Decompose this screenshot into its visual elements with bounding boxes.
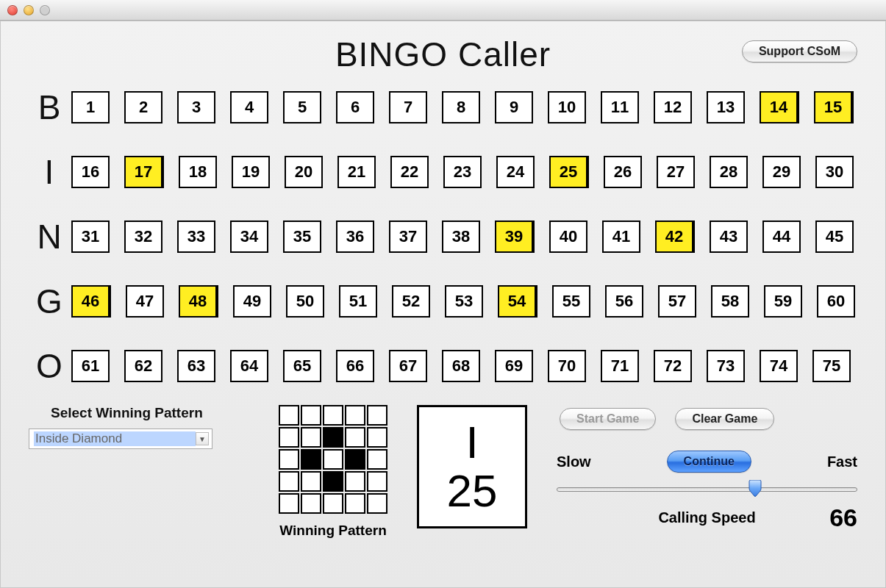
- number-cell[interactable]: 71: [601, 350, 639, 382]
- number-cell[interactable]: 7: [389, 91, 427, 123]
- number-cell[interactable]: 54: [498, 285, 537, 318]
- number-cell[interactable]: 28: [710, 156, 748, 188]
- number-cell[interactable]: 30: [815, 156, 854, 188]
- slow-label: Slow: [557, 453, 591, 470]
- number-cell[interactable]: 63: [177, 350, 215, 382]
- number-cell[interactable]: 49: [233, 285, 271, 318]
- number-cell[interactable]: 14: [760, 91, 799, 123]
- continue-button[interactable]: Continue: [667, 451, 751, 473]
- number-cell[interactable]: 36: [336, 220, 374, 253]
- pattern-select[interactable]: Inside Diamond ▼: [29, 429, 212, 449]
- winning-pattern-caption: Winning Pattern: [279, 523, 387, 539]
- number-cell[interactable]: 37: [389, 220, 427, 253]
- number-cell[interactable]: 61: [71, 350, 110, 382]
- number-cell[interactable]: 70: [548, 350, 586, 382]
- start-game-button[interactable]: Start Game: [560, 408, 656, 430]
- number-cell[interactable]: 44: [762, 220, 801, 253]
- number-cell[interactable]: 11: [601, 91, 639, 123]
- number-cell[interactable]: 33: [177, 220, 215, 253]
- number-cell[interactable]: 25: [549, 156, 589, 188]
- board-row-b: B123456789101112131415: [27, 87, 859, 127]
- number-cell[interactable]: 17: [124, 156, 164, 188]
- number-cell[interactable]: 60: [817, 285, 855, 318]
- number-cell[interactable]: 24: [496, 156, 535, 188]
- number-cell[interactable]: 31: [71, 220, 110, 253]
- number-cell[interactable]: 15: [814, 91, 854, 123]
- number-cell[interactable]: 34: [230, 220, 268, 253]
- number-cell[interactable]: 59: [764, 285, 802, 318]
- pattern-cell: [323, 449, 343, 470]
- number-cell[interactable]: 38: [442, 220, 480, 253]
- number-cell[interactable]: 13: [707, 91, 745, 123]
- row-letter: G: [27, 282, 71, 321]
- window-close-button[interactable]: [7, 5, 18, 15]
- speed-slider[interactable]: [557, 478, 857, 501]
- number-cell[interactable]: 9: [495, 91, 533, 123]
- number-cell[interactable]: 62: [124, 350, 162, 382]
- number-cell[interactable]: 53: [445, 285, 483, 318]
- number-cell[interactable]: 52: [392, 285, 430, 318]
- number-cell[interactable]: 45: [815, 220, 854, 253]
- number-cell[interactable]: 6: [336, 91, 374, 123]
- number-cell[interactable]: 66: [336, 350, 374, 382]
- number-cell[interactable]: 46: [71, 285, 111, 318]
- number-cell[interactable]: 35: [283, 220, 321, 253]
- number-cell[interactable]: 50: [286, 285, 324, 318]
- number-cell[interactable]: 41: [602, 220, 640, 253]
- number-cell[interactable]: 48: [179, 285, 218, 318]
- number-cell[interactable]: 43: [710, 220, 748, 253]
- number-cell[interactable]: 18: [179, 156, 217, 188]
- slider-thumb[interactable]: [747, 480, 763, 498]
- number-cell[interactable]: 57: [658, 285, 696, 318]
- number-cell[interactable]: 69: [495, 350, 533, 382]
- clear-game-button[interactable]: Clear Game: [675, 408, 774, 430]
- number-cell[interactable]: 67: [389, 350, 427, 382]
- number-cell[interactable]: 1: [71, 91, 110, 123]
- pattern-cell: [301, 493, 321, 514]
- number-cell[interactable]: 29: [762, 156, 801, 188]
- window-minimize-button[interactable]: [24, 5, 34, 15]
- number-cell[interactable]: 32: [124, 220, 162, 253]
- pattern-cell: [279, 405, 299, 426]
- app-title: BINGO Caller: [335, 35, 551, 74]
- number-cell[interactable]: 47: [126, 285, 164, 318]
- window-zoom-button[interactable]: [40, 5, 50, 15]
- number-cell[interactable]: 40: [549, 220, 587, 253]
- clear-game-label: Clear Game: [692, 412, 757, 426]
- number-cell[interactable]: 55: [552, 285, 590, 318]
- number-cell[interactable]: 73: [707, 350, 745, 382]
- number-cell[interactable]: 65: [283, 350, 321, 382]
- number-cell[interactable]: 22: [390, 156, 429, 188]
- number-cell[interactable]: 3: [177, 91, 215, 123]
- number-cell[interactable]: 8: [442, 91, 480, 123]
- number-cell[interactable]: 20: [285, 156, 323, 188]
- number-cell[interactable]: 5: [283, 91, 321, 123]
- number-cell[interactable]: 12: [654, 91, 692, 123]
- number-cell[interactable]: 74: [760, 350, 798, 382]
- pattern-cell: [279, 449, 299, 470]
- number-cell[interactable]: 27: [657, 156, 695, 188]
- number-cell[interactable]: 72: [654, 350, 692, 382]
- number-cell[interactable]: 26: [604, 156, 642, 188]
- number-cell[interactable]: 75: [812, 350, 851, 382]
- number-cell[interactable]: 23: [443, 156, 482, 188]
- number-cell[interactable]: 21: [337, 156, 376, 188]
- number-cell[interactable]: 19: [232, 156, 270, 188]
- number-cell[interactable]: 42: [655, 220, 695, 253]
- number-cell[interactable]: 68: [442, 350, 480, 382]
- pattern-cell: [301, 471, 321, 492]
- current-call-number: 25: [447, 468, 498, 514]
- number-cell[interactable]: 10: [548, 91, 586, 123]
- number-cell[interactable]: 64: [230, 350, 268, 382]
- pattern-cell: [367, 427, 387, 448]
- number-cell[interactable]: 58: [711, 285, 749, 318]
- select-pattern-label: Select Winning Pattern: [29, 405, 249, 421]
- number-cell[interactable]: 16: [71, 156, 110, 188]
- support-button[interactable]: Support CSoM: [742, 40, 857, 62]
- number-cell[interactable]: 2: [124, 91, 162, 123]
- number-cell[interactable]: 51: [339, 285, 377, 318]
- number-cell[interactable]: 4: [230, 91, 268, 123]
- number-cell[interactable]: 39: [495, 220, 535, 253]
- number-cell[interactable]: 56: [605, 285, 643, 318]
- pattern-cell: [367, 449, 387, 470]
